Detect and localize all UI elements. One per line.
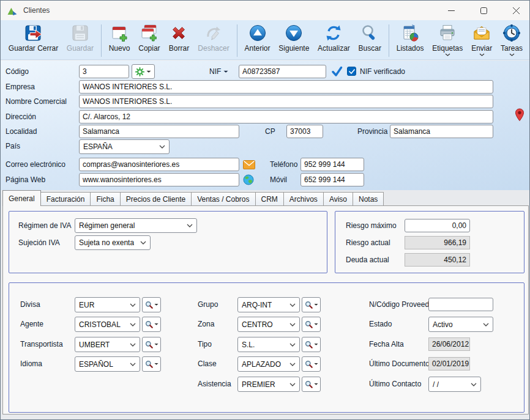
- tipo-combobox[interactable]: S.L.: [237, 337, 300, 352]
- clasificacion-groupbox: Divisa EUR Agente CRISTOBAL Transportist…: [9, 282, 524, 413]
- lookup-icon: [305, 301, 313, 309]
- window-title: Clientes: [23, 6, 50, 15]
- chevron-down-icon: [223, 70, 228, 73]
- riesgo-maximo-input[interactable]: [405, 219, 470, 232]
- agente-lookup-button[interactable]: [142, 317, 161, 332]
- idioma-lookup-button[interactable]: [142, 356, 161, 372]
- ultimo-contacto-datepicker[interactable]: / /: [428, 377, 481, 392]
- riesgo-groupbox: Riesgo máximo Riesgo actual 966,19 Deuda…: [335, 211, 524, 273]
- field-label-deuda-actual: Deuda actual: [346, 253, 389, 267]
- save-button: Guardar: [62, 22, 98, 53]
- next-icon: [284, 23, 304, 43]
- movil-input[interactable]: [300, 173, 364, 186]
- maximize-button[interactable]: [470, 1, 497, 20]
- chevron-down-icon: [445, 53, 450, 56]
- zona-combobox[interactable]: CENTRO: [237, 317, 300, 332]
- close-button[interactable]: [502, 1, 529, 20]
- provincia-input[interactable]: [390, 125, 493, 138]
- regimen-iva-combobox[interactable]: Régimen general: [75, 218, 197, 233]
- listados-button[interactable]: Listados: [392, 22, 428, 53]
- riesgo-actual-value: 966,19: [405, 236, 470, 249]
- tab-ventas-cobros[interactable]: Ventas / Cobros: [191, 192, 255, 206]
- chevron-down-icon: [471, 383, 477, 386]
- field-label-grupo: Grupo: [198, 297, 218, 312]
- web-input[interactable]: [79, 173, 239, 186]
- toolbar-label: Deshacer: [198, 44, 229, 53]
- search-button[interactable]: Buscar: [354, 22, 386, 53]
- new-button[interactable]: Nuevo: [105, 22, 135, 53]
- tab-facturacion[interactable]: Facturación: [40, 192, 91, 206]
- nif-input[interactable]: [239, 65, 326, 78]
- localidad-input[interactable]: [79, 125, 239, 138]
- asistencia-lookup-button[interactable]: [302, 377, 321, 392]
- general-tab-page: Régimen de IVA Régimen general Sujeción …: [2, 205, 529, 414]
- clase-combobox[interactable]: APLAZADO: [237, 356, 300, 372]
- tab-general[interactable]: General: [2, 190, 41, 206]
- lookup-icon: [145, 360, 153, 368]
- map-pin-icon[interactable]: [515, 108, 524, 122]
- sujecion-iva-combobox[interactable]: Sujeta no exenta: [75, 235, 151, 250]
- field-label-correo: Correo electrónico: [6, 158, 65, 171]
- chevron-down-icon: [130, 343, 136, 347]
- email-icon[interactable]: [243, 160, 255, 169]
- copy-button[interactable]: Copiar: [134, 22, 164, 53]
- pais-combobox[interactable]: ESPAÑA: [79, 139, 170, 154]
- tab-aviso[interactable]: Aviso: [323, 192, 353, 206]
- minimize-button[interactable]: [438, 1, 465, 20]
- chevron-down-icon: [154, 343, 159, 346]
- chevron-down-icon: [314, 363, 318, 366]
- idioma-combobox[interactable]: ESPAÑOL: [75, 356, 140, 372]
- nif-valid-check-icon: [331, 66, 343, 76]
- correo-input[interactable]: [79, 158, 239, 171]
- toolbar-label: Listados: [397, 44, 424, 53]
- divisa-lookup-button[interactable]: [142, 297, 161, 312]
- globe-icon[interactable]: [243, 174, 254, 185]
- zona-lookup-button[interactable]: [302, 317, 321, 332]
- empresa-input[interactable]: [79, 80, 493, 94]
- grupo-lookup-button[interactable]: [302, 297, 321, 312]
- divisa-combobox[interactable]: EUR: [75, 297, 140, 312]
- tab-crm[interactable]: CRM: [255, 192, 284, 206]
- toolbar-label: Siguiente: [278, 44, 309, 53]
- field-label-ultimo-contacto: Último Contacto: [369, 377, 421, 392]
- send-email-icon: [472, 23, 491, 43]
- grupo-combobox[interactable]: ARQ-INT: [237, 297, 300, 312]
- fecha-alta-value: 26/06/2012: [428, 337, 470, 351]
- tareas-button[interactable]: Tareas: [496, 22, 527, 56]
- nif-label-dropdown[interactable]: NIF: [209, 65, 228, 78]
- tab-archivos[interactable]: Archivos: [283, 192, 324, 206]
- clase-lookup-button[interactable]: [302, 356, 321, 372]
- delete-button[interactable]: Borrar: [164, 22, 193, 53]
- tab-precios-de-cliente[interactable]: Precios de Cliente: [120, 192, 192, 206]
- field-label-zona: Zona: [198, 317, 214, 332]
- previous-button[interactable]: Anterior: [241, 22, 275, 53]
- divisa-value: EUR: [79, 301, 94, 309]
- direccion-input[interactable]: [79, 110, 493, 123]
- telefono-input[interactable]: [300, 158, 364, 171]
- gear-icon: [135, 67, 144, 76]
- agente-combobox[interactable]: CRISTOBAL: [75, 317, 140, 332]
- estado-combobox[interactable]: Activo: [428, 317, 493, 332]
- asistencia-combobox[interactable]: PREMIER: [237, 377, 300, 392]
- transportista-combobox[interactable]: UMBERT: [75, 337, 140, 352]
- next-button[interactable]: Siguiente: [274, 22, 313, 53]
- deuda-actual-value: 450,12: [405, 253, 470, 267]
- tab-ficha[interactable]: Ficha: [90, 192, 120, 206]
- codigo-proveedor-input[interactable]: [428, 298, 493, 311]
- tipo-lookup-button[interactable]: [302, 337, 321, 352]
- cp-input[interactable]: [286, 125, 323, 138]
- save-close-button[interactable]: Guardar Cerrar: [4, 22, 62, 53]
- tab-notas[interactable]: Notas: [353, 192, 384, 206]
- etiquetas-button[interactable]: Etiquetas: [428, 22, 467, 56]
- chevron-down-icon: [140, 241, 146, 245]
- undo-icon: [204, 23, 223, 43]
- transportista-lookup-button[interactable]: [142, 337, 161, 352]
- regimen-iva-value: Régimen general: [79, 221, 135, 230]
- codigo-input[interactable]: [79, 65, 129, 78]
- nif-verified-checkbox[interactable]: [347, 67, 356, 76]
- codigo-options-button[interactable]: [132, 64, 155, 79]
- enviar-button[interactable]: Enviar: [467, 22, 496, 56]
- nombre-comercial-input[interactable]: [79, 95, 493, 108]
- refresh-button[interactable]: Actualizar: [313, 22, 354, 53]
- sujecion-iva-value: Sujeta no exenta: [79, 238, 134, 247]
